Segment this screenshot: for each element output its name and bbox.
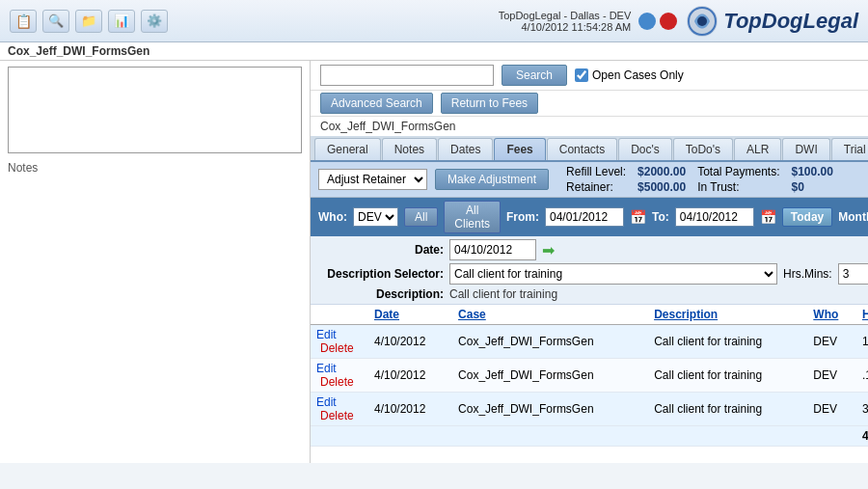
toolbar-icon-doc[interactable]: 📋 <box>10 10 37 33</box>
fees-table: Date Case Description Who Hrs.Min Rate A… <box>311 305 868 447</box>
date-cal-icon[interactable]: ➡ <box>542 241 555 259</box>
delete-link[interactable]: Delete <box>320 409 354 422</box>
cell-hrs-min: 3 <box>856 393 868 426</box>
cell-case: Cox_Jeff_DWI_FormsGen <box>452 393 648 426</box>
date-label: Date: <box>318 243 444 257</box>
to-cal-icon[interactable]: 📅 <box>760 209 776 225</box>
server-info-text: TopDogLegal - Dallas - DEV 4/10/2012 11:… <box>499 10 632 33</box>
cell-date: 4/10/2012 <box>368 393 452 426</box>
edit-link[interactable]: Edit <box>316 328 337 341</box>
open-cases-label: Open Cases Only <box>575 68 684 82</box>
from-label: From: <box>506 210 539 224</box>
cell-description: Call client for training <box>648 325 807 359</box>
who-label: Who: <box>318 210 347 224</box>
col-edit <box>311 305 368 325</box>
tab-dwi[interactable]: DWI <box>782 138 829 160</box>
table-total-row: 4.15 $2125.00 <box>311 426 868 447</box>
minimize-button[interactable] <box>638 13 656 30</box>
search-input[interactable] <box>320 65 494 86</box>
right-panel: Search Open Cases Only Advanced Search R… <box>311 61 868 463</box>
cell-description: Call client for training <box>648 393 807 426</box>
description-label: Description: <box>318 287 444 301</box>
close-button[interactable] <box>660 13 677 30</box>
toolbar-icon-chart[interactable]: 📊 <box>108 10 135 33</box>
date-input[interactable] <box>449 239 536 260</box>
from-cal-icon[interactable]: 📅 <box>630 209 646 225</box>
delete-link[interactable]: Delete <box>320 341 354 355</box>
search-button[interactable]: Search <box>502 65 567 86</box>
col-who[interactable]: Who <box>807 305 856 325</box>
tab-contacts[interactable]: Contacts <box>547 138 617 160</box>
client-name: Cox_Jeff_DWI_FormsGen <box>8 44 149 58</box>
all-clients-button[interactable]: All Clients <box>444 201 501 233</box>
tab-general[interactable]: General <box>314 138 381 160</box>
toolbar: 📋 🔍 📁 📊 ⚙️ <box>10 10 168 33</box>
client-name-bar: Cox_Jeff_DWI_FormsGen <box>0 42 868 61</box>
desc-selector-select[interactable]: Call client for training <box>449 263 777 285</box>
table-row: Edit Delete 4/10/2012 Cox_Jeff_DWI_Forms… <box>311 325 868 359</box>
tab-fees[interactable]: Fees <box>494 138 545 160</box>
delete-link[interactable]: Delete <box>320 375 354 389</box>
cell-hrs-min: 1 <box>856 325 868 359</box>
cell-date: 4/10/2012 <box>368 325 452 359</box>
col-date[interactable]: Date <box>368 305 452 325</box>
client-notes-area[interactable] <box>8 67 302 153</box>
total-payments-value: $100.00 <box>792 165 833 178</box>
refill-value: $2000.00 <box>637 165 686 178</box>
tab-docs[interactable]: Doc's <box>618 138 672 160</box>
make-adjustment-button[interactable]: Make Adjustment <box>435 169 549 190</box>
hrs-mins-input[interactable] <box>838 263 868 285</box>
tab-alr[interactable]: ALR <box>734 138 781 160</box>
case-display: Cox_Jeff_DWI_FormsGen <box>311 117 868 136</box>
cell-description: Call client for training <box>648 359 807 393</box>
who-select[interactable]: DEV <box>353 207 398 227</box>
retainer-value: $5000.00 <box>637 180 686 194</box>
description-row: Description: Call client for training <box>318 287 868 301</box>
tab-todos[interactable]: ToDo's <box>673 138 733 160</box>
return-to-fees-button[interactable]: Return to Fees <box>441 93 538 114</box>
tab-trial[interactable]: Trial <box>831 138 868 160</box>
col-case[interactable]: Case <box>452 305 648 325</box>
open-cases-checkbox[interactable] <box>575 68 588 82</box>
desc-selector-row: Description Selector: Call client for tr… <box>318 263 868 285</box>
tabs-bar: General Notes Dates Fees Contacts Doc's … <box>311 136 868 162</box>
refill-label: Refill Level: <box>566 165 626 178</box>
description-value: Call client for training <box>449 287 557 301</box>
cell-who: DEV <box>807 325 856 359</box>
notes-label: Notes <box>0 159 310 177</box>
action-row: Adjust Retainer Make Adjustment Refill L… <box>311 162 868 198</box>
advanced-search-button[interactable]: Advanced Search <box>320 93 433 114</box>
left-panel: Notes <box>0 61 311 463</box>
edit-link[interactable]: Edit <box>316 395 337 409</box>
tab-notes[interactable]: Notes <box>382 138 437 160</box>
col-hrs-min[interactable]: Hrs.Min <box>856 305 868 325</box>
cell-case: Cox_Jeff_DWI_FormsGen <box>452 359 648 393</box>
cell-case: Cox_Jeff_DWI_FormsGen <box>452 325 648 359</box>
toolbar-icon-settings[interactable]: ⚙️ <box>141 10 168 33</box>
adjust-retainer-select[interactable]: Adjust Retainer <box>318 169 427 190</box>
logo-area: TopDogLegal - Dallas - DEV 4/10/2012 11:… <box>499 4 858 39</box>
edit-link[interactable]: Edit <box>316 362 337 375</box>
fee-info: Refill Level: $2000.00 Total Payments: $… <box>566 165 833 194</box>
tab-dates[interactable]: Dates <box>438 138 493 160</box>
to-input[interactable] <box>675 207 754 227</box>
all-button[interactable]: All <box>404 207 438 227</box>
svg-point-1 <box>697 16 707 26</box>
toolbar-icon-search[interactable]: 🔍 <box>42 10 69 33</box>
cell-who: DEV <box>807 393 856 426</box>
logo-text: TopDogLegal <box>723 9 858 34</box>
logo-icon: TopDogLegal <box>685 4 858 39</box>
total-payments-label: Total Payments: <box>697 165 779 178</box>
cell-date: 4/10/2012 <box>368 359 452 393</box>
filter-row: Who: DEV All All Clients From: 📅 To: 📅 T… <box>311 198 868 236</box>
desc-selector-label: Description Selector: <box>318 267 444 281</box>
toolbar-icon-folder[interactable]: 📁 <box>75 10 102 33</box>
hrs-mins-label: Hrs.Mins: <box>783 267 832 281</box>
today-button[interactable]: Today <box>782 207 832 227</box>
from-input[interactable] <box>545 207 624 227</box>
entry-section: Date: ➡ Unbill Charges Description Selec… <box>311 236 868 305</box>
col-description[interactable]: Description <box>648 305 807 325</box>
search-buttons-row: Advanced Search Return to Fees <box>311 91 868 117</box>
date-row: Date: ➡ Unbill Charges <box>318 239 868 260</box>
cell-who: DEV <box>807 359 856 393</box>
